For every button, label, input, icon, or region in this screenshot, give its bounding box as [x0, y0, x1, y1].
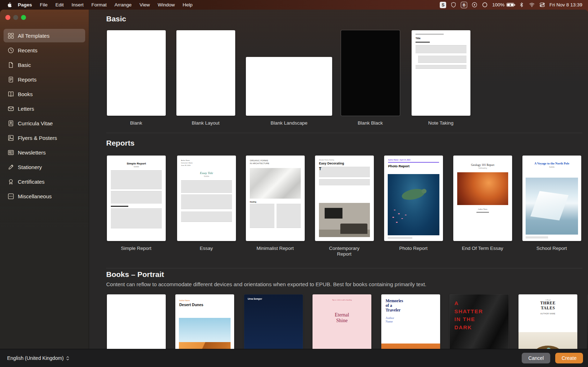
- close-button[interactable]: [5, 15, 10, 20]
- thumb-heading: Heading: [250, 201, 301, 203]
- sidebar-item-certificates[interactable]: Certificates: [4, 175, 85, 188]
- thumb-kicker: ORGANIC FORMS: [250, 159, 301, 162]
- template-blank[interactable]: [107, 30, 166, 116]
- text-lines: [526, 237, 548, 238]
- record-ring-icon[interactable]: [482, 2, 488, 8]
- section-divider: [106, 133, 582, 133]
- template-note-taking[interactable]: Title: [412, 30, 470, 116]
- text-lines: [418, 56, 466, 63]
- template-memories-of-a-traveler[interactable]: Memories of a Traveler Author Name: [381, 294, 440, 349]
- thumb-body: T: [319, 167, 370, 178]
- template-school-report[interactable]: A Voyage to the North Pole Subtitle: [522, 156, 581, 241]
- menu-insert[interactable]: Insert: [68, 2, 88, 7]
- template-chooser-window: All Templates Recents Basic Reports Book…: [0, 10, 588, 367]
- template-blank-black[interactable]: [341, 30, 400, 116]
- template-minimalist-report[interactable]: ORGANIC FORMS IN ARCHITECTURE Heading: [246, 156, 305, 241]
- template-contemporary-report[interactable]: Simple Home Styling Easy Decorating T: [315, 156, 374, 241]
- menu-help[interactable]: Help: [179, 2, 196, 7]
- template-label: Blank Layout: [170, 120, 241, 126]
- document-icon: [7, 62, 14, 68]
- thumb-author: AUTHOR NAME: [519, 313, 577, 315]
- accent-rule: [388, 162, 439, 163]
- thumb-subtitle: Subtitle: [181, 175, 232, 177]
- sidebar-item-all-templates[interactable]: All Templates: [4, 29, 85, 42]
- menu-view[interactable]: View: [135, 2, 154, 7]
- menu-file[interactable]: File: [36, 2, 52, 7]
- sidebar-item-letters[interactable]: Letters: [4, 102, 85, 115]
- template-label: End Of Term Essay: [454, 246, 511, 251]
- template-essay[interactable]: Author Name Instructor's Name June 28, 2…: [177, 156, 236, 241]
- create-button[interactable]: Create: [555, 353, 583, 363]
- sidebar-item-stationery[interactable]: Stationery: [4, 160, 85, 174]
- text-lines: [388, 237, 412, 238]
- wifi-icon[interactable]: [529, 2, 535, 8]
- menu-arrange[interactable]: Arrange: [110, 2, 135, 7]
- template-blank-landscape[interactable]: [246, 57, 332, 116]
- battery-icon: [506, 3, 514, 7]
- sidebar-item-curricula-vitae[interactable]: Curricula Vitae: [4, 116, 85, 130]
- menu-app-pages[interactable]: Pages: [14, 2, 36, 7]
- template-simple-report[interactable]: Simple Report Subtitle: [107, 156, 166, 241]
- menu-format[interactable]: Format: [88, 2, 111, 7]
- sidebar-item-label: Recents: [18, 47, 37, 53]
- thumb-title: Title: [416, 37, 466, 40]
- template-desert-dunes[interactable]: Author Name Desert Dunes: [175, 294, 234, 349]
- cancel-button[interactable]: Cancel: [522, 353, 550, 363]
- sidebar-item-books[interactable]: Books: [4, 87, 85, 101]
- thumb-author: Author Name: [457, 208, 508, 210]
- zoom-button[interactable]: [21, 15, 26, 20]
- thumb-dropcap: T: [319, 167, 321, 171]
- menu-bar-clock[interactable]: Fri Nov 8 13:39: [550, 2, 582, 7]
- thumb-image: [457, 172, 508, 205]
- thumb-byline: Instructor's Name: [181, 162, 232, 164]
- sidebar-item-label: Basic: [18, 62, 31, 68]
- battery-status[interactable]: 100%: [492, 2, 514, 7]
- iceberg-shape: [531, 191, 569, 220]
- updown-chevrons-icon: [66, 356, 69, 361]
- sidebar-item-newsletters[interactable]: Newsletters: [4, 146, 85, 159]
- medal-icon: [7, 178, 14, 185]
- footer-bar: English (United Kingdom) Cancel Create: [0, 349, 588, 367]
- thumb-title: A: [450, 294, 509, 308]
- template-blank-layout[interactable]: [176, 30, 235, 116]
- template-eternal-shine[interactable]: Tap or click to add a heading Eternal Sh…: [313, 294, 371, 349]
- status-s-badge-icon[interactable]: S: [440, 2, 446, 8]
- thumb-byline: Author Name • April 14, 2022: [388, 159, 439, 161]
- language-selector[interactable]: English (United Kingdom): [7, 355, 69, 361]
- thumb-title: Simple Report: [111, 162, 162, 165]
- sidebar-item-flyers-posters[interactable]: Flyers & Posters: [4, 131, 85, 145]
- shield-icon[interactable]: [450, 2, 457, 8]
- apple-menu[interactable]: [7, 2, 14, 8]
- text-lines: [416, 65, 466, 69]
- template-end-of-term-essay[interactable]: Geology 101 Report Subheading Author Nam…: [453, 156, 512, 241]
- section-title-basic: Basic: [106, 15, 126, 23]
- minimize-button[interactable]: [13, 15, 18, 20]
- sidebar-item-miscellaneous[interactable]: Miscellaneous: [4, 189, 85, 203]
- text-lines: [181, 195, 232, 210]
- thumb-title: DARK: [450, 324, 509, 332]
- sidebar-item-reports[interactable]: Reports: [4, 73, 85, 86]
- sidebar-item-recents[interactable]: Recents: [4, 43, 85, 57]
- sidebar-item-label: Certificates: [18, 179, 45, 185]
- template-book-blank[interactable]: [107, 294, 166, 349]
- thumb-title: THREE: [519, 301, 577, 306]
- thumb-kicker: Simple Home Styling: [319, 159, 370, 161]
- thumb-author: Author: [381, 316, 440, 320]
- menu-edit[interactable]: Edit: [52, 2, 68, 7]
- thumb-subtitle: Subtitle: [526, 166, 577, 168]
- template-urna-semper[interactable]: Urna Semper: [244, 294, 303, 349]
- text-lines: [319, 179, 370, 185]
- play-icon[interactable]: [471, 2, 478, 8]
- thumb-title: A Voyage to the North Pole: [526, 162, 577, 166]
- template-three-tales[interactable]: A Novel THREE TALES AUTHOR NAME: [519, 294, 577, 349]
- thumb-image: [381, 344, 440, 349]
- section-subtitle-books: Content can reflow to accommodate differ…: [106, 281, 427, 287]
- template-a-shatter-in-the-dark[interactable]: A SHATTER IN THE DARK: [450, 294, 509, 349]
- sidebar-item-basic[interactable]: Basic: [4, 58, 85, 72]
- menu-window[interactable]: Window: [154, 2, 179, 7]
- control-center-icon[interactable]: [539, 2, 545, 8]
- status-b-badge-icon[interactable]: B: [461, 2, 467, 8]
- bluetooth-icon[interactable]: [519, 2, 525, 8]
- template-photo-report[interactable]: Author Name • April 14, 2022 Photo Repor…: [384, 156, 443, 241]
- template-label: Note Taking: [405, 120, 476, 126]
